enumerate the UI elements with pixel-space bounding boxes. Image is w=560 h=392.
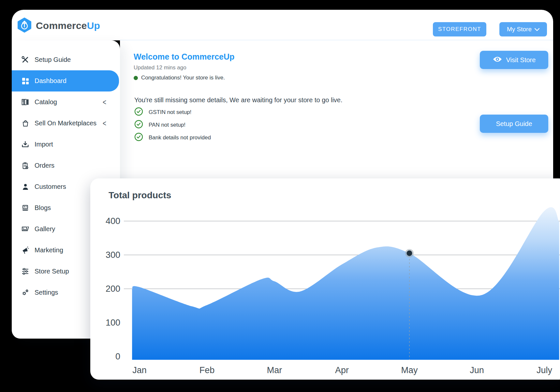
green-status-dot	[134, 76, 138, 80]
sidebar-item-label: Catalog	[35, 98, 57, 106]
chart-hover-marker-dot[interactable]	[407, 250, 412, 256]
x-tick-label-mar: Mar	[267, 365, 282, 375]
x-tick-label-jun: Jun	[470, 365, 484, 375]
page-title: Welcome to CommerceUp	[134, 52, 234, 62]
sidebar-item-catalog[interactable]: Catalog<	[12, 91, 120, 113]
commerceup-logo-icon	[17, 18, 32, 34]
checklist-item-text: Bank details not provided	[149, 134, 211, 141]
x-tick-label-may: May	[401, 365, 418, 375]
x-tick-label-jan: Jan	[132, 365, 147, 375]
sidebar-item-label: Marketing	[35, 246, 63, 254]
sidebar-item-dashboard[interactable]: Dashboard	[12, 70, 119, 91]
total-products-area	[132, 207, 559, 360]
screenshot-canvas: { "brand": { "commerce": "Commerce", "up…	[0, 0, 560, 392]
total-products-area-chart[interactable]: 0100200300400JanFebMarAprMayJunJuly	[90, 178, 560, 380]
gears-icon	[21, 288, 30, 297]
shopping-bag-icon	[21, 119, 30, 128]
laptop-news-icon	[21, 203, 30, 212]
sidebar-item-orders[interactable]: Orders	[12, 155, 120, 176]
sidebar-item-label: Settings	[35, 289, 58, 296]
total-products-card: Total products 0100200300400JanFebMarApr…	[90, 178, 560, 380]
megaphone-icon	[21, 246, 30, 255]
photos-icon	[21, 225, 30, 233]
clipboard-check-icon	[21, 161, 30, 170]
my-store-dropdown[interactable]: My Store	[499, 22, 547, 36]
y-tick-label: 100	[106, 318, 120, 328]
brand-wordmark: CommerceUp	[36, 20, 100, 31]
chevron-down-icon	[535, 26, 539, 33]
missing-details-text: You're still missing some details, We ar…	[134, 96, 343, 104]
chevron-collapse-icon[interactable]: <	[103, 97, 106, 107]
storefront-button[interactable]: STOREFRONT	[433, 22, 486, 36]
sidebar-item-label: Gallery	[35, 225, 55, 233]
chevron-collapse-icon[interactable]: <	[103, 119, 106, 128]
sidebar-item-label: Store Setup	[35, 268, 69, 275]
checklist-item-text: GSTIN not setup!	[149, 109, 191, 116]
dashboard-grid-icon	[21, 77, 30, 85]
check-circle-icon	[134, 107, 143, 118]
import-tray-icon	[21, 140, 30, 149]
sidebar-item-label: Setup Guide	[35, 56, 71, 63]
y-tick-label: 300	[106, 250, 120, 260]
sidebar-item-import[interactable]: Import	[12, 134, 120, 155]
x-tick-label-feb: Feb	[199, 365, 215, 375]
setup-guide-button[interactable]: Setup Guide	[480, 115, 548, 133]
checklist-item: PAN not setup!	[134, 120, 211, 129]
check-circle-icon	[134, 120, 143, 130]
sliders-icon	[21, 267, 30, 276]
catalog-books-icon	[21, 98, 30, 106]
tools-icon	[21, 55, 30, 64]
sidebar-item-label: Import	[35, 141, 53, 148]
sidebar-item-sell-on-marketplaces[interactable]: Sell On Marketplaces<	[12, 113, 120, 134]
checklist-item-text: PAN not setup!	[149, 122, 185, 128]
sidebar-item-label: Customers	[35, 183, 66, 190]
eye-icon	[493, 56, 502, 64]
y-tick-label: 0	[115, 352, 120, 361]
checklist-item: GSTIN not setup!	[134, 108, 211, 117]
y-tick-label: 200	[106, 284, 120, 294]
brand-logo[interactable]: CommerceUp	[17, 18, 100, 34]
checklist-item: Bank details not provided	[134, 133, 211, 142]
x-tick-label-apr: Apr	[335, 365, 349, 375]
visit-store-button[interactable]: Visit Store	[480, 51, 548, 69]
x-tick-label-july: July	[537, 365, 553, 375]
sidebar-item-label: Dashboard	[35, 77, 66, 85]
y-tick-label: 400	[106, 216, 120, 226]
sidebar-item-setup-guide[interactable]: Setup Guide	[12, 49, 120, 70]
sidebar-item-label: Sell On Marketplaces	[35, 119, 96, 127]
sidebar-item-label: Orders	[35, 162, 54, 169]
check-circle-icon	[134, 133, 143, 143]
sidebar-item-label: Blogs	[35, 204, 51, 212]
updated-timestamp: Updated 12 mins ago	[134, 64, 234, 71]
store-live-status: Congratulations! Your store is live.	[134, 75, 234, 81]
setup-checklist: GSTIN not setup!PAN not setup!Bank detai…	[134, 108, 211, 146]
person-icon	[21, 182, 30, 191]
